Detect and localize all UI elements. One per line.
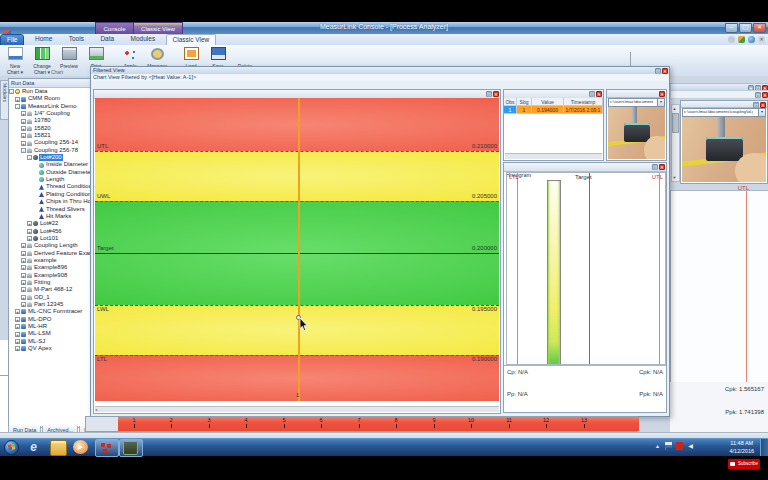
tree-item[interactable]: + ML-CNC Formtracer: [9, 308, 92, 315]
close-icon[interactable]: ✕: [659, 91, 665, 97]
restore-icon[interactable]: ▢: [755, 92, 761, 98]
tree-item[interactable]: + 15821: [9, 132, 92, 139]
ribbon-tab[interactable]: Home: [29, 34, 58, 44]
tree-item[interactable]: + Coupling Length: [9, 242, 92, 249]
chart-navigator-strip[interactable]: 1 2 3 4 5 6: [85, 416, 638, 432]
tree-expander[interactable]: -: [15, 104, 20, 109]
tree-item[interactable]: Plating Condition: [9, 191, 92, 198]
tree-item[interactable]: + M-Part 468-12: [9, 286, 92, 293]
tree-expander[interactable]: +: [15, 97, 20, 102]
tree-expander[interactable]: +: [21, 265, 26, 270]
image-path-dropdown[interactable]: c:\users\mac\document ▾: [608, 98, 665, 107]
obs-row[interactable]: 1 1 0.194000 1/7/2016 2:09:1: [504, 106, 603, 114]
tree-item[interactable]: + example: [9, 257, 92, 264]
taskbar-media-player-icon[interactable]: ▶: [73, 440, 88, 454]
close-icon[interactable]: ✕: [659, 164, 665, 170]
tree-item[interactable]: + Fitting: [9, 279, 92, 286]
tree-expander[interactable]: +: [21, 141, 26, 146]
ribbon-button[interactable]: Preview: [56, 46, 82, 70]
close-icon[interactable]: ✕: [762, 92, 768, 98]
tree-expander[interactable]: +: [21, 258, 26, 263]
obs-col-header[interactable]: Obs: [504, 98, 517, 106]
subscribe-badge[interactable]: Subscribe: [728, 459, 760, 469]
flag-icon[interactable]: [738, 36, 745, 43]
obs-col-header[interactable]: Timestamp: [564, 98, 603, 106]
bg-vertical-scrollbar[interactable]: ▲▼: [671, 104, 680, 182]
tree-item[interactable]: + Derived Feature Example: [9, 250, 92, 257]
tree-item[interactable]: Thread Slivers: [9, 206, 92, 213]
tree-item[interactable]: Chips in Thru Hole: [9, 198, 92, 205]
tree-expander[interactable]: +: [27, 221, 32, 226]
histogram-bar[interactable]: [547, 180, 561, 364]
tree-item[interactable]: + 15820: [9, 125, 92, 132]
tree-item[interactable]: + Part 12345: [9, 301, 92, 308]
tree-item[interactable]: + Example896: [9, 264, 92, 271]
tree-item[interactable]: + Lot#22: [9, 220, 92, 227]
tree-expander[interactable]: +: [15, 339, 20, 344]
close-icon[interactable]: ✕: [596, 91, 602, 97]
tree-item[interactable]: + Coupling 256-14: [9, 139, 92, 146]
help-globe-icon[interactable]: [748, 36, 755, 43]
bg-image-path-dropdown[interactable]: c:\users\mac\documents\coupling\id.j ▾: [682, 108, 766, 117]
tree-expander[interactable]: +: [21, 119, 26, 124]
precontrol-hscrollbar[interactable]: ◂: [95, 406, 499, 412]
tree-item[interactable]: Length: [9, 176, 92, 183]
tree-expander[interactable]: +: [15, 324, 20, 329]
tree-item[interactable]: Hit Marks: [9, 213, 92, 220]
tree-expander[interactable]: +: [15, 346, 20, 351]
start-button[interactable]: [4, 440, 19, 455]
tree-expander[interactable]: -: [9, 89, 14, 94]
tree-expander[interactable]: +: [21, 126, 26, 131]
tree-expander[interactable]: +: [21, 280, 26, 285]
minimize-button[interactable]: –: [725, 23, 738, 33]
tree-item[interactable]: - Lot#200: [9, 154, 92, 161]
tree-expander[interactable]: +: [21, 111, 26, 116]
options-icon[interactable]: [728, 36, 735, 43]
tree-item[interactable]: + ML-DPO: [9, 316, 92, 323]
obs-col-header[interactable]: Value: [532, 98, 564, 106]
navigator-red-band[interactable]: 1 2 3 4 5 6: [118, 417, 639, 431]
taskbar-explorer-icon[interactable]: [50, 440, 67, 456]
tree-item[interactable]: + ML-HR: [9, 323, 92, 330]
tree-item[interactable]: + ML-SJ: [9, 338, 92, 345]
show-desktop-button[interactable]: [760, 439, 768, 456]
tree-item[interactable]: - Coupling 256-78: [9, 147, 92, 154]
tree-item[interactable]: + OD_1: [9, 294, 92, 301]
ribbon-tab[interactable]: Modules: [125, 34, 162, 44]
restore-icon[interactable]: ▢: [486, 91, 492, 97]
restore-icon[interactable]: ▢: [589, 91, 595, 97]
tree-item[interactable]: + ML-LSM: [9, 330, 92, 337]
obs-hscrollbar[interactable]: [505, 153, 602, 159]
tree-item[interactable]: Thread Condition: [9, 183, 92, 190]
tree-expander[interactable]: +: [21, 295, 26, 300]
tree-item[interactable]: + CMM Room: [9, 95, 92, 102]
tree-item[interactable]: + QV Apex: [9, 345, 92, 352]
tree-expander[interactable]: +: [15, 332, 20, 337]
tree-item[interactable]: + Lot#456: [9, 228, 92, 235]
precontrol-chart[interactable]: UTL 0.210000 UWL 0.205000 Target 0.20000…: [95, 98, 499, 409]
tree-expander[interactable]: +: [21, 243, 26, 248]
ribbon-tab[interactable]: Tools: [63, 34, 90, 44]
action-center-flag-icon[interactable]: [665, 442, 672, 450]
tree-expander[interactable]: +: [27, 229, 32, 234]
tree-expander[interactable]: -: [27, 155, 32, 160]
tree-expander[interactable]: -: [21, 148, 26, 153]
tree-item[interactable]: - MeasurLink Demo: [9, 103, 92, 110]
tree-item[interactable]: Outside Diameter: [9, 169, 92, 176]
tree-expander[interactable]: +: [15, 309, 20, 314]
close-icon[interactable]: ✕: [493, 91, 499, 97]
tree-item[interactable]: + Lot101: [9, 235, 92, 242]
tree-item[interactable]: + 13780: [9, 117, 92, 124]
obs-col-header[interactable]: Sbg: [517, 98, 532, 106]
tree-expander[interactable]: +: [21, 287, 26, 292]
ribbon-tab[interactable]: Data: [94, 34, 120, 44]
tree-expander[interactable]: +: [21, 251, 26, 256]
taskbar-app-button[interactable]: [119, 439, 143, 457]
close-button[interactable]: ✕: [753, 23, 766, 33]
tree-expander[interactable]: +: [21, 302, 26, 307]
taskbar-ie-icon[interactable]: e: [26, 440, 41, 454]
tree-expander[interactable]: +: [21, 133, 26, 138]
restore-icon[interactable]: ▢: [652, 164, 658, 170]
tree-item[interactable]: - Run Data: [9, 88, 92, 95]
tree-item[interactable]: Inside Diameter: [9, 161, 92, 168]
